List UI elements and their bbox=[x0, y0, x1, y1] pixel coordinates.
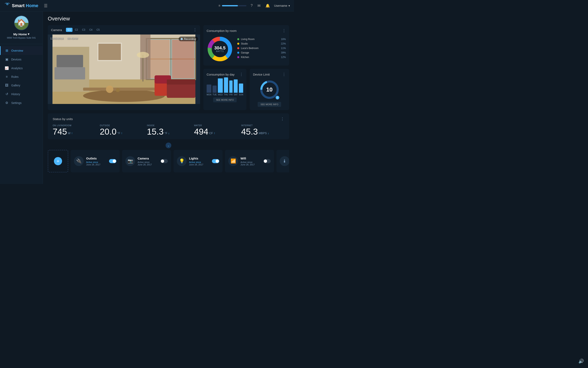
camera-icon: 📷 bbox=[125, 156, 135, 166]
profile-name[interactable]: My Home ▾ bbox=[13, 32, 29, 36]
bar-label-fri: FRI bbox=[229, 93, 233, 96]
mail-button[interactable]: ✉ bbox=[257, 3, 261, 9]
legend-name-bedroom: Luca's Bedroom bbox=[241, 47, 279, 50]
bar-col-thu: THU bbox=[224, 77, 228, 96]
outlets-toggle[interactable] bbox=[109, 159, 116, 163]
legend-dot-garage bbox=[237, 52, 239, 54]
bell-button[interactable]: 🔔 bbox=[265, 3, 271, 9]
lights-icon: 💡 bbox=[177, 156, 187, 166]
camera-view: 12/05/2018 09:43AM Recording bbox=[48, 35, 200, 104]
unit-arrow-water: ↑ bbox=[214, 131, 215, 135]
page-title: Overview bbox=[48, 16, 289, 22]
add-device-button[interactable]: + bbox=[48, 150, 68, 172]
camera-title: Camera bbox=[51, 28, 62, 32]
user-menu[interactable]: Username ▾ bbox=[274, 4, 290, 7]
cam-tab-c3[interactable]: C3 bbox=[81, 28, 87, 32]
donut-value: 304.5 bbox=[214, 46, 226, 50]
camera-toggle[interactable] bbox=[161, 159, 168, 163]
hamburger-button[interactable]: ☰ bbox=[42, 2, 49, 9]
thermostats-icon: 🌡 bbox=[280, 156, 289, 166]
status-unit-water: WATER 494 CF ↑ bbox=[194, 124, 237, 136]
camera-tabs: C1 C2 C3 C4 C5 bbox=[66, 28, 101, 32]
wifi-icon: 📶 bbox=[228, 156, 238, 166]
right-cards: Consumption by room ⋮ bbox=[203, 25, 289, 110]
wifi-toggle[interactable] bbox=[263, 159, 271, 163]
bar-label-thu: THU bbox=[224, 93, 228, 96]
sidebar-item-gallery[interactable]: 🖼 Gallery bbox=[0, 81, 43, 90]
unit-arrow-inside: ↓ bbox=[168, 131, 170, 135]
camera-date: June 28, 2017 bbox=[138, 163, 158, 166]
cam-tab-c2[interactable]: C2 bbox=[73, 28, 80, 32]
sidebar-analytics-label: Analytics bbox=[11, 67, 23, 70]
outlets-date: June 28, 2017 bbox=[86, 163, 107, 166]
outlets-name: Outlets bbox=[86, 157, 107, 160]
lights-info: Lights Active since June 28, 2017 bbox=[189, 157, 209, 166]
unit-value-row-internet: 45.3 MBPS ↓ bbox=[241, 128, 284, 136]
sidebar-item-analytics[interactable]: 📈 Analytics bbox=[0, 64, 43, 73]
sidebar-settings-label: Settings bbox=[11, 101, 22, 105]
sidebar: 🏠 My Home ▾ 9898 Trent Bypass Suite 541 … bbox=[0, 11, 43, 184]
device-limit-more-button[interactable]: ⋮ bbox=[282, 72, 286, 77]
history-icon: ↺ bbox=[5, 92, 9, 96]
unit-suffix-inside: °F bbox=[164, 131, 167, 135]
devices-icon: ▣ bbox=[5, 57, 9, 61]
help-button[interactable]: ? bbox=[250, 3, 253, 9]
svg-point-17 bbox=[106, 86, 113, 93]
sidebar-overview-label: Overview bbox=[11, 49, 23, 52]
status-unit-internet: INTERNET 45.3 MBPS ↓ bbox=[241, 124, 284, 136]
gauge-value: 10 bbox=[266, 86, 272, 93]
cam-tab-c4[interactable]: C4 bbox=[88, 28, 94, 32]
sidebar-item-overview[interactable]: ⊞ Overview bbox=[0, 46, 43, 55]
device-card-outlets: 🔌 Outlets Active since June 28, 2017 bbox=[71, 150, 120, 172]
bar-label-tue: TUE bbox=[213, 93, 217, 96]
legend-bedroom: Luca's Bedroom 11% bbox=[237, 47, 286, 50]
camera-more-button[interactable]: ⋮ bbox=[193, 28, 197, 32]
donut-chart: 304.5 WATTS bbox=[207, 36, 233, 62]
camera-name: Camera bbox=[138, 157, 158, 160]
user-dropdown-icon: ▾ bbox=[289, 4, 290, 7]
sidebar-nav: ⊞ Overview ▣ Devices 📈 Analytics ≡ Rules… bbox=[0, 46, 43, 107]
sidebar-item-rules[interactable]: ≡ Rules bbox=[0, 73, 43, 81]
unit-value-livingroom: 745 bbox=[53, 128, 67, 136]
unit-arrow-internet: ↓ bbox=[268, 131, 269, 135]
bar-col-sun: SUN bbox=[239, 83, 243, 96]
sidebar-item-settings[interactable]: ⚙ Settings bbox=[0, 98, 43, 107]
device-card-lights: 💡 Lights Active since June 28, 2017 bbox=[173, 150, 223, 172]
cam-tab-c5[interactable]: C5 bbox=[95, 28, 101, 32]
lights-toggle[interactable] bbox=[212, 159, 219, 163]
consumption-room-more-button[interactable]: ⋮ bbox=[282, 28, 286, 33]
avatar-house-icon: 🏠 bbox=[15, 16, 28, 30]
recording-label: Recording bbox=[184, 37, 196, 40]
sidebar-item-history[interactable]: ↺ History bbox=[0, 90, 43, 98]
unit-value-row-water: 494 CF ↑ bbox=[194, 128, 237, 136]
device-limit-see-more-button[interactable]: SEE MORE INFO bbox=[258, 102, 281, 107]
scroll-down-button[interactable]: ⌄ bbox=[166, 143, 171, 148]
consumption-day-see-more-button[interactable]: SEE MORE INFO bbox=[213, 97, 237, 102]
status-section: Status by units ⋮ ON LIVINGROOM 745 W ↑ … bbox=[48, 113, 289, 139]
camera-header: Camera C1 C2 C3 C4 C5 ⋮ bbox=[48, 25, 200, 35]
status-units-grid: ON LIVINGROOM 745 W ↑ OUTSIDE 20.0 °F ↑ bbox=[53, 124, 284, 136]
legend-garage: Garage 39% bbox=[237, 51, 286, 54]
sidebar-item-devices[interactable]: ▣ Devices bbox=[0, 55, 43, 64]
logo-smart-text: Smart bbox=[12, 3, 25, 8]
sidebar-rules-label: Rules bbox=[11, 75, 18, 78]
bar-label-sat: SAT bbox=[234, 93, 238, 96]
status-unit-livingroom: ON LIVINGROOM 745 W ↑ bbox=[53, 124, 96, 136]
consumption-day-card: Consumption by day ⋮ MON TUE bbox=[203, 69, 246, 110]
consumption-day-more-button[interactable]: ⋮ bbox=[239, 72, 243, 77]
donut-unit: WATTS bbox=[214, 50, 226, 53]
devices-bottom: + 🔌 Outlets Active since June 28, 2017 📷… bbox=[48, 150, 289, 174]
cam-tab-c1[interactable]: C1 bbox=[66, 28, 72, 32]
camera-time: 09:43AM bbox=[67, 37, 78, 40]
status-more-button[interactable]: ⋮ bbox=[280, 117, 284, 121]
svg-rect-11 bbox=[172, 40, 194, 78]
svg-point-1 bbox=[7, 4, 8, 4]
consumption-room-content: 304.5 WATTS Living Room 16% bbox=[207, 36, 286, 62]
logo: SmartHome bbox=[4, 2, 38, 9]
unit-value-inside: 15.3 bbox=[147, 128, 164, 136]
legend-pct-studio: 22% bbox=[281, 42, 286, 45]
camera-status: Active since bbox=[138, 161, 158, 163]
legend-dot-livingroom bbox=[237, 38, 239, 40]
gallery-icon: 🖼 bbox=[5, 83, 9, 87]
consumption-room-title: Consumption by room bbox=[207, 29, 237, 32]
